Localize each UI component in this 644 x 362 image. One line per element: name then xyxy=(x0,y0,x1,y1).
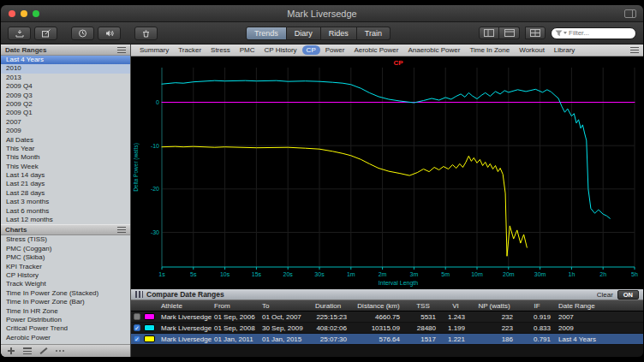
tab-workout[interactable]: Workout xyxy=(515,45,549,55)
sidebar-item-last-4-years[interactable]: Last 4 Years xyxy=(1,56,130,64)
clear-button[interactable]: Clear xyxy=(597,291,614,299)
sidebar: Date Ranges Last 4 Years201020132009 Q42… xyxy=(1,45,131,357)
tab-library[interactable]: Library xyxy=(550,45,579,55)
add-chart-icon[interactable] xyxy=(7,347,15,355)
sidebar-item-pmc-coggan[interactable]: PMC (Coggan) xyxy=(1,245,130,253)
sidebar-item-2009-q4[interactable]: 2009 Q4 xyxy=(1,82,130,91)
clock-icon xyxy=(78,29,87,38)
full-view-button[interactable] xyxy=(499,27,520,39)
sidebar-item-last-3-months[interactable]: Last 3 months xyxy=(1,198,130,206)
sidebar-item-2009-q2[interactable]: 2009 Q2 xyxy=(1,100,130,109)
cell-date-range: 2007 xyxy=(556,313,643,321)
sidebar-item-power-distribution[interactable]: Power Distribution xyxy=(1,316,130,324)
sidebar-item-track-weight[interactable]: Track Weight xyxy=(1,280,130,288)
row-checkbox[interactable] xyxy=(134,313,140,320)
charts-menu-icon[interactable] xyxy=(117,227,126,233)
sidebar-item-time-in-power-zone-stacked[interactable]: Time In Power Zone (Stacked) xyxy=(1,289,130,298)
sidebar-item-last-28-days[interactable]: Last 28 days xyxy=(1,189,130,198)
sidebar-item-2010[interactable]: 2010 xyxy=(1,64,130,73)
titlebar: Mark Liversedge xyxy=(1,5,643,22)
svg-text:-20: -20 xyxy=(151,186,159,192)
cell-if: 0.833 xyxy=(518,324,556,332)
compose-button[interactable] xyxy=(34,27,57,40)
column-header-if: IF xyxy=(518,302,556,310)
sidebar-item-this-week[interactable]: This Week xyxy=(1,163,130,171)
column-header-date-range: Date Range xyxy=(556,302,643,310)
tabstrip: SummaryTrackerStressPMCCP HistoryCPPower… xyxy=(131,45,643,56)
sidebar-item-2007[interactable]: 2007 xyxy=(1,118,130,127)
tab-cp[interactable]: CP xyxy=(302,45,320,55)
segment-trends[interactable]: Trends xyxy=(246,27,287,40)
series-color-swatch xyxy=(144,324,155,331)
segment-rides[interactable]: Rides xyxy=(321,27,357,40)
tile-view-button[interactable] xyxy=(525,27,546,39)
date-ranges-menu-icon[interactable] xyxy=(117,47,126,53)
tab-menu-icon[interactable] xyxy=(630,47,639,53)
column-header-np-watts: NP (watts) xyxy=(470,302,518,310)
charts-header-label: Charts xyxy=(5,226,27,234)
sidebar-item-critical-power-trend[interactable]: Critical Power Trend xyxy=(1,324,130,333)
sidebar-item-cp-history[interactable]: CP History xyxy=(1,271,130,280)
segment-train[interactable]: Train xyxy=(357,27,391,40)
tab-power[interactable]: Power xyxy=(321,45,349,55)
cell-to: 01 Jan, 2015 xyxy=(259,335,304,343)
filter-funnel-icon[interactable] xyxy=(555,30,567,37)
more-options-icon[interactable] xyxy=(56,347,64,355)
svg-text:2m: 2m xyxy=(379,271,387,277)
trash-button[interactable] xyxy=(134,27,158,40)
compare-title: Compare Date Ranges xyxy=(146,290,224,299)
tab-pmc[interactable]: PMC xyxy=(236,45,259,55)
sidebar-item-last-6-months[interactable]: Last 6 months xyxy=(1,207,130,216)
cell-duration: 25:07:30 xyxy=(304,335,352,343)
compare-on-toggle[interactable]: ON xyxy=(617,290,639,300)
series-color-swatch xyxy=(144,335,155,342)
sidebar-item-kpi-tracker[interactable]: KPI Tracker xyxy=(1,263,130,271)
sidebar-item-pmc-skiba[interactable]: PMC (Skiba) xyxy=(1,253,130,262)
row-checkbox[interactable]: ✓ xyxy=(134,335,140,342)
edit-chart-icon[interactable] xyxy=(39,347,48,355)
row-checkbox[interactable]: ✓ xyxy=(134,324,140,331)
sidebar-item-2013[interactable]: 2013 xyxy=(1,74,130,82)
sidebar-item-time-in-hr-zone[interactable]: Time In HR Zone xyxy=(1,307,130,316)
tab-stress[interactable]: Stress xyxy=(206,45,235,55)
close-window-button[interactable] xyxy=(9,10,15,17)
column-header-to: To xyxy=(259,302,304,310)
tab-summary[interactable]: Summary xyxy=(135,45,173,55)
sidebar-item-aerobic-power[interactable]: Aerobic Power xyxy=(1,334,130,342)
tab-anaerobic-power[interactable]: Anaerobic Power xyxy=(403,45,464,55)
view-segmented-control: TrendsDiaryRidesTrain xyxy=(246,27,391,40)
sidebar-item-this-month[interactable]: This Month xyxy=(1,153,130,162)
sidebar-item-last-21-days[interactable]: Last 21 days xyxy=(1,180,130,188)
svg-text:10m: 10m xyxy=(471,271,483,277)
history-button[interactable] xyxy=(71,27,94,40)
split-view-button[interactable] xyxy=(479,27,499,39)
sidebar-item-all-dates[interactable]: All Dates xyxy=(1,136,130,145)
sidebar-item-2009-q1[interactable]: 2009 Q1 xyxy=(1,109,130,117)
table-row[interactable]: ✓Mark Liversedge01 Jan, 201101 Jan, 2015… xyxy=(131,334,643,345)
tab-tracker[interactable]: Tracker xyxy=(174,45,206,55)
list-view-icon[interactable] xyxy=(23,347,32,354)
minimize-window-button[interactable] xyxy=(21,10,27,17)
date-ranges-header-label: Date Ranges xyxy=(5,46,46,54)
charts-header: Charts xyxy=(1,224,130,235)
zoom-window-button[interactable] xyxy=(33,10,39,17)
import-button[interactable] xyxy=(8,27,31,40)
sidebar-item-last-12-months[interactable]: Last 12 months xyxy=(1,216,130,224)
sidebar-toggle-icon[interactable] xyxy=(624,9,636,18)
audio-button[interactable] xyxy=(98,27,121,40)
tab-aerobic-power[interactable]: Aerobic Power xyxy=(349,45,402,55)
sidebar-item-this-year[interactable]: This Year xyxy=(1,145,130,153)
sidebar-item-2009-q3[interactable]: 2009 Q3 xyxy=(1,92,130,100)
date-ranges-header: Date Ranges xyxy=(1,45,130,56)
sidebar-item-2009[interactable]: 2009 xyxy=(1,127,130,135)
segment-diary[interactable]: Diary xyxy=(287,27,321,40)
tab-cp-history[interactable]: CP History xyxy=(260,45,301,55)
sidebar-item-time-in-power-zone-bar[interactable]: Time In Power Zone (Bar) xyxy=(1,298,130,306)
table-row[interactable]: Mark Liversedge01 Sep, 200601 Oct, 20072… xyxy=(131,312,643,323)
sidebar-item-last-14-days[interactable]: Last 14 days xyxy=(1,171,130,180)
table-row[interactable]: ✓Mark Liversedge01 Sep, 200830 Sep, 2009… xyxy=(131,323,643,334)
tile-buttons xyxy=(525,27,546,39)
tab-time-in-zone[interactable]: Time In Zone xyxy=(465,45,514,55)
sidebar-item-stress-tiss[interactable]: Stress (TISS) xyxy=(1,235,130,244)
sidebar-toolbar xyxy=(1,344,130,357)
